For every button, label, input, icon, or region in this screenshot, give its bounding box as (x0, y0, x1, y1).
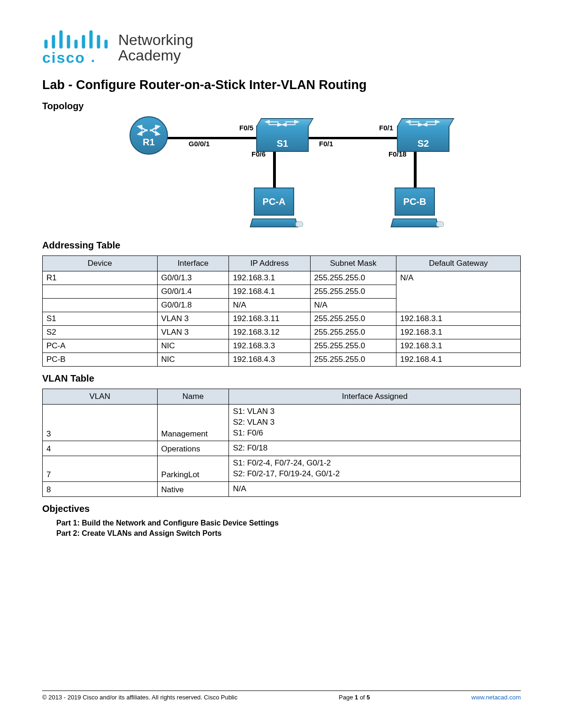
cell-device (43, 299, 158, 312)
cell-vlan: 3 (43, 405, 158, 441)
col-device: Device (43, 256, 158, 271)
cell-mask: N/A (310, 299, 396, 312)
cell-interface: VLAN 3 (157, 326, 229, 339)
cell-vlan: 4 (43, 441, 158, 456)
cell-device: PC-A (43, 339, 158, 353)
assigned-line: S1: F0/2-4, F0/7-24, G0/1-2 (233, 458, 517, 469)
page-indicator: Page 1 of 5 (339, 694, 370, 701)
svg-marker-31 (435, 120, 439, 123)
table-header-row: Device Interface IP Address Subnet Mask … (43, 256, 521, 271)
cell-mask: 255.255.255.0 (310, 312, 396, 326)
cell-gw: 192.168.4.1 (396, 353, 521, 367)
svg-marker-27 (406, 120, 410, 123)
cell-name: Operations (157, 441, 229, 456)
list-item: Part 2: Create VLANs and Assign Switch P… (56, 529, 521, 538)
cell-gw: 192.168.3.1 (396, 326, 521, 339)
cell-interface: VLAN 3 (157, 312, 229, 326)
document-page: cisco Networking Academy Lab - Configure… (0, 0, 563, 728)
assigned-line: S2: F0/2-17, F0/19-24, G0/1-2 (233, 469, 517, 480)
col-mask: Subnet Mask (310, 256, 396, 271)
cell-mask: 255.255.255.0 (310, 339, 396, 353)
svg-marker-15 (138, 131, 142, 135)
assigned-line: S1: VLAN 3 (233, 406, 517, 417)
cell-assigned: S1: F0/2-4, F0/7-24, G0/1-2 S2: F0/2-17,… (229, 456, 521, 481)
vlan-table: VLAN Name Interface Assigned 3 Managemen… (42, 389, 521, 497)
device-switch-s1: S1 (256, 126, 309, 152)
cell-interface: NIC (157, 353, 229, 367)
cell-ip: 192.168.3.1 (229, 271, 310, 285)
switch-arrows-icon (265, 120, 302, 127)
router-arrows-icon (135, 124, 162, 137)
port-f01-r: F0/1 (379, 124, 393, 132)
vlan-heading: VLAN Table (42, 373, 521, 384)
cisco-logo-icon: cisco (42, 28, 113, 65)
pc-label-b: PC-B (403, 196, 426, 207)
footer-link[interactable]: www.netacad.com (472, 694, 521, 701)
table-row: 7 ParkingLot S1: F0/2-4, F0/7-24, G0/1-2… (43, 456, 521, 481)
switch-arrows-icon (405, 120, 443, 127)
col-interface: Interface (157, 256, 229, 271)
svg-marker-23 (295, 120, 298, 123)
cell-gw: 192.168.3.1 (396, 339, 521, 353)
col-name: Name (157, 389, 229, 405)
router-label: R1 (143, 137, 155, 148)
svg-marker-21 (278, 123, 282, 126)
topology-diagram: G0/0/1 F0/5 F0/6 F0/1 F0/1 F0/18 R1 (103, 116, 460, 233)
svg-marker-25 (282, 123, 286, 126)
table-row: PC-A NIC 192.168.3.3 255.255.255.0 192.1… (43, 339, 521, 353)
objectives-list: Part 1: Build the Network and Configure … (56, 519, 521, 538)
table-header-row: VLAN Name Interface Assigned (43, 389, 521, 405)
brand-header: cisco Networking Academy (42, 28, 521, 65)
copyright: © 2013 - 2019 Cisco and/or its affiliate… (42, 694, 237, 701)
cell-assigned: N/A (229, 481, 521, 496)
table-row: R1 G0/0/1.3 192.168.3.1 255.255.255.0 N/… (43, 271, 521, 285)
table-row: 8 Native N/A (43, 481, 521, 496)
col-ip: IP Address (229, 256, 310, 271)
cell-name: Native (157, 481, 229, 496)
cell-interface: G0/0/1.3 (157, 271, 229, 285)
page-title: Lab - Configure Router-on-a-Stick Inter-… (42, 78, 521, 92)
cell-interface: G0/0/1.4 (157, 285, 229, 299)
switch-label-s2: S2 (418, 138, 429, 149)
col-assigned: Interface Assigned (229, 389, 521, 405)
cell-gw: 192.168.3.1 (396, 312, 521, 326)
cell-ip: 192.168.4.3 (229, 353, 310, 367)
logo-line2: Academy (118, 48, 193, 64)
cell-mask: 255.255.255.0 (310, 353, 396, 367)
svg-marker-13 (156, 125, 159, 128)
cell-mask: 255.255.255.0 (310, 271, 396, 285)
topology-heading: Topology (42, 101, 521, 112)
addressing-heading: Addressing Table (42, 240, 521, 251)
cell-ip: N/A (229, 299, 310, 312)
cell-device: R1 (43, 271, 158, 285)
cell-device (43, 285, 158, 299)
cell-mask: 255.255.255.0 (310, 326, 396, 339)
col-gw: Default Gateway (396, 256, 521, 271)
objectives-heading: Objectives (42, 503, 521, 514)
link-s2-pcb (414, 149, 417, 191)
svg-marker-17 (156, 131, 159, 135)
cell-vlan: 7 (43, 456, 158, 481)
table-row: S2 VLAN 3 192.168.3.12 255.255.255.0 192… (43, 326, 521, 339)
port-f01-l: F0/1 (319, 140, 333, 148)
cell-assigned: S2: F0/18 (229, 441, 521, 456)
table-row: S1 VLAN 3 192.168.3.11 255.255.255.0 192… (43, 312, 521, 326)
academy-wordmark: Networking Academy (118, 32, 193, 65)
cell-name: Management (157, 405, 229, 441)
device-switch-s2: S2 (397, 126, 449, 152)
cell-device: PC-B (43, 353, 158, 367)
svg-marker-19 (266, 120, 269, 123)
link-s1-s2 (304, 137, 402, 139)
port-g001: G0/0/1 (189, 140, 210, 148)
col-vlan: VLAN (43, 389, 158, 405)
cell-interface: G0/0/1.8 (157, 299, 229, 312)
table-row: 3 Management S1: VLAN 3 S2: VLAN 3 S1: F… (43, 405, 521, 441)
assigned-line: N/A (233, 484, 517, 495)
mouse-icon (436, 221, 444, 227)
link-s1-pca (273, 149, 276, 191)
cell-ip: 192.168.4.1 (229, 285, 310, 299)
svg-marker-33 (423, 123, 427, 126)
cell-device: S1 (43, 312, 158, 326)
addressing-table: Device Interface IP Address Subnet Mask … (42, 255, 521, 367)
cisco-wordmark: cisco (42, 49, 85, 65)
